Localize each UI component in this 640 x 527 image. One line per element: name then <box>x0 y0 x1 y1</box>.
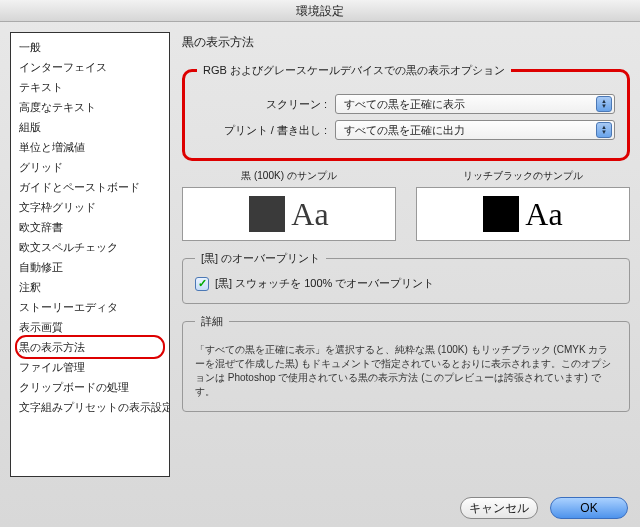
screen-select-value: すべての黒を正確に表示 <box>344 97 465 112</box>
rgb-black-options-group: RGB およびグレースケールデバイスでの黒の表示オプション スクリーン : すべ… <box>182 63 630 161</box>
main-panel: 黒の表示方法 RGB およびグレースケールデバイスでの黒の表示オプション スクリ… <box>182 32 630 477</box>
sidebar-item-autocorrect[interactable]: 自動修正 <box>17 257 163 277</box>
detail-text: 「すべての黒を正確に表示」を選択すると、純粋な黒 (100K) もリッチブラック… <box>195 343 617 399</box>
sample-rich-text: Aa <box>525 196 562 233</box>
print-select-value: すべての黒を正確に出力 <box>344 123 465 138</box>
sidebar-item-dictionary[interactable]: 欧文辞書 <box>17 217 163 237</box>
ok-button[interactable]: OK <box>550 497 628 519</box>
sidebar-item-black-appearance[interactable]: 黒の表示方法 <box>17 337 163 357</box>
overprint-group: [黒] のオーバープリント ✓ [黒] スウォッチを 100% でオーバープリン… <box>182 251 630 304</box>
sidebar-item-general[interactable]: 一般 <box>17 37 163 57</box>
sidebar-item-mojikumi[interactable]: 文字組みプリセットの表示設定 <box>17 397 163 417</box>
print-label: プリント / 書き出し : <box>197 123 327 138</box>
dialog-footer: キャンセル OK <box>460 497 628 519</box>
sample-rich-label: リッチブラックのサンプル <box>416 169 630 183</box>
print-select[interactable]: すべての黒を正確に出力 ▲▼ <box>335 120 615 140</box>
sidebar-item-notes[interactable]: 注釈 <box>17 277 163 297</box>
overprint-checkbox-label: [黒] スウォッチを 100% でオーバープリント <box>215 276 434 291</box>
rgb-group-legend: RGB およびグレースケールデバイスでの黒の表示オプション <box>197 63 511 78</box>
screen-label: スクリーン : <box>197 97 327 112</box>
chevron-updown-icon: ▲▼ <box>596 122 612 138</box>
black-samples: 黒 (100K) のサンプル Aa リッチブラックのサンプル Aa <box>182 169 630 241</box>
sidebar-item-text[interactable]: テキスト <box>17 77 163 97</box>
sidebar-item-display-perf[interactable]: 表示画質 <box>17 317 163 337</box>
sidebar-item-frame-grid[interactable]: 文字枠グリッド <box>17 197 163 217</box>
overprint-checkbox[interactable]: ✓ <box>195 277 209 291</box>
sample-100k-text: Aa <box>291 196 328 233</box>
sample-100k-label: 黒 (100K) のサンプル <box>182 169 396 183</box>
sidebar-item-story-editor[interactable]: ストーリーエディタ <box>17 297 163 317</box>
sidebar-item-units[interactable]: 単位と増減値 <box>17 137 163 157</box>
screen-select[interactable]: すべての黒を正確に表示 ▲▼ <box>335 94 615 114</box>
dialog-title: 環境設定 <box>0 0 640 22</box>
sidebar-item-grids[interactable]: グリッド <box>17 157 163 177</box>
detail-group: 詳細 「すべての黒を正確に表示」を選択すると、純粋な黒 (100K) もリッチブ… <box>182 314 630 412</box>
sidebar-item-interface[interactable]: インターフェイス <box>17 57 163 77</box>
swatch-100k <box>249 196 285 232</box>
sidebar-item-guides[interactable]: ガイドとペーストボード <box>17 177 163 197</box>
chevron-updown-icon: ▲▼ <box>596 96 612 112</box>
detail-legend: 詳細 <box>195 314 229 329</box>
panel-header: 黒の表示方法 <box>182 32 630 53</box>
cancel-button[interactable]: キャンセル <box>460 497 538 519</box>
category-sidebar: 一般 インターフェイス テキスト 高度なテキスト 組版 単位と増減値 グリッド … <box>10 32 170 477</box>
sidebar-item-file-handling[interactable]: ファイル管理 <box>17 357 163 377</box>
sidebar-item-composition[interactable]: 組版 <box>17 117 163 137</box>
sidebar-item-advanced-text[interactable]: 高度なテキスト <box>17 97 163 117</box>
overprint-legend: [黒] のオーバープリント <box>195 251 326 266</box>
sample-100k-box: Aa <box>182 187 396 241</box>
sidebar-item-clipboard[interactable]: クリップボードの処理 <box>17 377 163 397</box>
sample-rich-box: Aa <box>416 187 630 241</box>
sidebar-item-spelling[interactable]: 欧文スペルチェック <box>17 237 163 257</box>
swatch-rich <box>483 196 519 232</box>
